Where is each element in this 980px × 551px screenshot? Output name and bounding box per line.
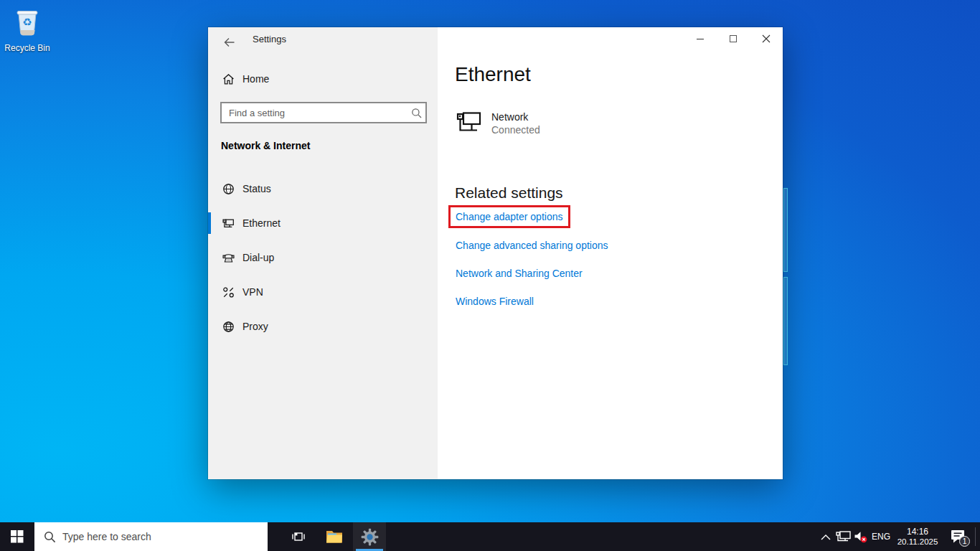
home-icon xyxy=(222,73,235,85)
maximize-icon xyxy=(730,35,737,42)
search-icon xyxy=(407,103,425,122)
settings-search-box[interactable] xyxy=(220,102,427,123)
settings-search-input[interactable] xyxy=(222,108,407,118)
clock-time: 14:16 xyxy=(907,527,928,537)
sidebar-item-label: Status xyxy=(242,183,271,194)
tray-language-button[interactable]: ENG xyxy=(868,522,894,551)
back-arrow-icon xyxy=(223,37,235,48)
sidebar-item-label: Dial-up xyxy=(242,252,274,263)
ethernet-icon xyxy=(222,217,235,230)
settings-app-button[interactable] xyxy=(353,522,386,551)
network-icon xyxy=(456,111,482,134)
sidebar-item-dialup[interactable]: Dial-up xyxy=(208,247,438,268)
settings-gear-icon xyxy=(361,528,379,546)
notification-badge: 1 xyxy=(959,536,970,547)
related-settings-heading: Related settings xyxy=(455,184,563,202)
wallpaper-light-ray xyxy=(783,188,788,272)
tray-show-hidden-icons-button[interactable] xyxy=(816,522,835,551)
back-button[interactable] xyxy=(218,33,240,52)
windows-logo-icon xyxy=(11,530,24,543)
tray-clock-button[interactable]: 14:16 20.11.2025 xyxy=(894,522,941,551)
taskbar-search-box[interactable] xyxy=(34,522,268,551)
page-title: Ethernet xyxy=(455,63,531,86)
clock-date: 20.11.2025 xyxy=(897,537,938,547)
tray-volume-button[interactable] xyxy=(851,522,870,551)
status-globe-icon xyxy=(222,183,235,195)
window-caption-buttons xyxy=(684,27,783,50)
link-change-adapter-options[interactable]: Change adapter options xyxy=(456,211,562,222)
network-status: Connected xyxy=(491,123,540,137)
sidebar-item-label: VPN xyxy=(242,286,263,298)
sidebar-item-vpn[interactable]: VPN xyxy=(208,281,438,303)
search-icon xyxy=(44,531,56,543)
minimize-icon xyxy=(697,39,704,39)
tray-network-button[interactable] xyxy=(834,522,852,551)
sidebar-item-label: Ethernet xyxy=(242,217,281,229)
sidebar-section-label: Network & Internet xyxy=(221,140,310,151)
recycle-bin-label: Recycle Bin xyxy=(4,43,50,53)
link-change-advanced-sharing-options[interactable]: Change advanced sharing options xyxy=(456,240,608,251)
close-icon xyxy=(762,34,771,43)
action-center-button[interactable]: 1 xyxy=(943,522,974,551)
recycle-bin-shortcut[interactable]: ♻ Recycle Bin xyxy=(4,6,50,53)
taskbar: ENG 14:16 20.11.2025 1 xyxy=(0,522,980,551)
wallpaper-light-ray xyxy=(783,277,788,365)
recycle-bin-icon: ♻ xyxy=(11,6,44,39)
settings-window: Home Network & Internet xyxy=(208,27,783,479)
minimize-button[interactable] xyxy=(684,27,717,50)
proxy-globe-icon xyxy=(222,321,235,333)
close-button[interactable] xyxy=(750,27,783,50)
network-status-tile[interactable]: Network Connected xyxy=(456,111,540,137)
sidebar-item-home[interactable]: Home xyxy=(208,67,438,90)
settings-content: Ethernet Network Connected Related setti… xyxy=(438,27,783,479)
volume-muted-icon xyxy=(854,531,867,543)
language-label: ENG xyxy=(872,532,890,542)
maximize-button[interactable] xyxy=(717,27,750,50)
chevron-up-icon xyxy=(821,534,831,540)
sidebar-item-label: Proxy xyxy=(242,321,268,332)
link-network-and-sharing-center[interactable]: Network and Sharing Center xyxy=(456,268,583,279)
dialup-phone-icon xyxy=(222,252,235,264)
tray-ethernet-icon xyxy=(836,531,851,542)
vpn-icon xyxy=(222,286,235,298)
show-desktop-button[interactable] xyxy=(976,522,980,551)
screen: ♻ Recycle Bin Home xyxy=(0,0,980,551)
file-explorer-button[interactable] xyxy=(319,522,350,551)
window-title: Settings xyxy=(253,34,286,44)
sidebar-item-ethernet[interactable]: Ethernet xyxy=(208,212,438,234)
link-windows-firewall[interactable]: Windows Firewall xyxy=(456,296,534,307)
network-name: Network xyxy=(491,111,540,123)
svg-text:♻: ♻ xyxy=(22,16,32,28)
taskbar-search-input[interactable] xyxy=(62,531,268,542)
task-view-button[interactable] xyxy=(283,522,314,551)
sidebar-item-status[interactable]: Status xyxy=(208,178,438,199)
sidebar-item-proxy[interactable]: Proxy xyxy=(208,316,438,337)
file-explorer-icon xyxy=(326,529,343,544)
start-button[interactable] xyxy=(0,522,34,551)
home-label: Home xyxy=(242,73,269,85)
settings-sidebar: Home Network & Internet xyxy=(208,27,438,479)
task-view-icon xyxy=(291,531,306,542)
